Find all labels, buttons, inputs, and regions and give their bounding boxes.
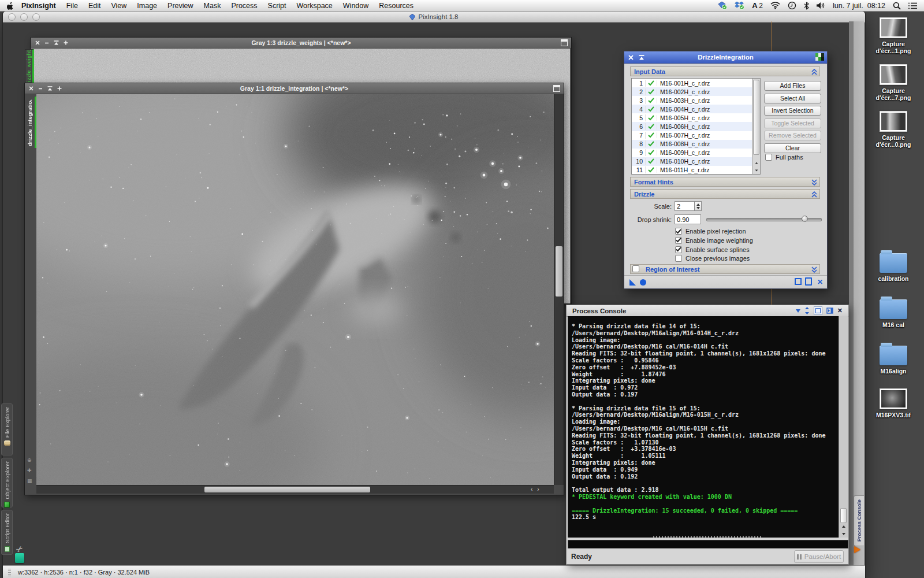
menu-window[interactable]: Window	[338, 2, 374, 10]
horizontal-scroll-thumb[interactable]	[204, 487, 370, 492]
collapse-icon[interactable]	[811, 191, 817, 198]
desktop-icon-m16pxv3-tif[interactable]: M16PXV3.tif	[865, 388, 922, 418]
section-input-data[interactable]: Input Data	[630, 66, 820, 76]
enable-pixel-rejection-checkbox[interactable]	[675, 228, 682, 235]
menu-pixinsight[interactable]: PixInsight	[16, 2, 61, 10]
dock-right-icon[interactable]	[826, 307, 833, 314]
list-scrollbar[interactable]	[752, 79, 760, 174]
scroll-corner-arrows[interactable]: ‹›	[531, 486, 544, 492]
file-row[interactable]: 4M16-004H_c_r.drz	[632, 105, 760, 113]
input-file-list[interactable]: 1M16-001H_c_r.drz2M16-002H_c_r.drz3M16-0…	[631, 78, 761, 175]
scroll-down-arrow[interactable]	[839, 530, 848, 538]
collapse-icon[interactable]	[811, 69, 817, 75]
toggle-selected-button[interactable]: Toggle Selected	[764, 118, 821, 128]
menu-preview[interactable]: Preview	[162, 2, 198, 10]
scroll-down-arrow[interactable]	[752, 167, 760, 174]
section-drizzle[interactable]: Drizzle	[630, 189, 820, 199]
window-traffic-lights[interactable]	[8, 13, 40, 21]
wifi-icon[interactable]	[770, 2, 780, 9]
file-row[interactable]: 9M16-009H_c_r.drz	[632, 149, 760, 157]
integration-titlebar[interactable]: Gray 1:1 drizzle_integration | <*new*>	[25, 83, 564, 94]
desktop-icon-capture-d-cr-1-png[interactable]: Capture d'écr...1.png	[865, 17, 922, 54]
window-proxy-icon[interactable]	[553, 85, 560, 92]
scroll-up-arrow[interactable]	[839, 523, 848, 530]
close-icon[interactable]: ✕	[837, 307, 843, 314]
zoom-fit-icon[interactable]: ⊕	[27, 458, 32, 463]
apply-global-icon[interactable]	[640, 279, 646, 286]
file-row[interactable]: 8M16-008H_c_r.drz	[632, 140, 760, 149]
enable-pixel-rejection-option[interactable]: Enable pixel rejection	[675, 227, 746, 235]
time-machine-icon[interactable]	[788, 1, 796, 10]
roi-checkbox[interactable]	[632, 265, 639, 272]
float-window-icon[interactable]	[814, 306, 822, 315]
scale-input[interactable]: 2	[675, 201, 695, 211]
enable-surface-splines-checkbox[interactable]	[675, 246, 682, 253]
zoom-circle[interactable]	[32, 13, 40, 21]
shade-icon[interactable]	[639, 55, 644, 60]
sidebar-tab-file-explorer[interactable]: File Explorer	[1, 403, 13, 455]
console-resize-handle[interactable]	[653, 536, 763, 538]
file-row[interactable]: 5M16-005H_c_r.drz	[632, 113, 760, 122]
list-scroll-thumb[interactable]	[753, 80, 759, 155]
select-all-button[interactable]: Select All	[764, 94, 821, 103]
invert-selection-button[interactable]: Invert Selection	[764, 106, 821, 116]
expand-icon[interactable]	[811, 266, 817, 273]
weights-side-tab[interactable]: drizzle_weights	[25, 49, 34, 86]
desktop-icon-capture-d-cr-0-png[interactable]: Capture d'écr...0.png	[865, 111, 922, 148]
horizontal-scrollbar[interactable]	[36, 485, 554, 494]
notification-center-icon[interactable]	[908, 2, 917, 9]
desktop-icon-capture-d-cr-7-png[interactable]: Capture d'écr...7.png	[865, 64, 922, 101]
desktop-icon-m16align[interactable]: M16align	[865, 342, 922, 375]
scroll-up-arrow[interactable]	[752, 160, 760, 166]
menu-image[interactable]: Image	[132, 2, 162, 10]
menu-workspace[interactable]: Workspace	[292, 2, 338, 10]
menu-resources[interactable]: Resources	[374, 2, 419, 10]
minimize-circle[interactable]	[20, 13, 28, 21]
desktop-icon-m16-cal[interactable]: M16 cal	[865, 296, 922, 328]
integration-side-tab[interactable]: drizzle_integration	[25, 96, 36, 148]
drop-shrink-input[interactable]: 0.90	[675, 214, 701, 224]
crosshair-icon[interactable]: ✚	[27, 468, 32, 473]
full-paths-checkbox[interactable]	[765, 154, 772, 161]
console-output[interactable]: * Parsing drizzle data file 14 of 15:/Us…	[568, 316, 839, 538]
scale-spinner[interactable]	[694, 201, 702, 211]
enable-image-weighting-checkbox[interactable]	[675, 237, 682, 244]
vertical-scroll-thumb[interactable]	[556, 246, 562, 297]
process-console-side-tab[interactable]: Process Console	[854, 495, 864, 546]
bluetooth-icon[interactable]	[804, 2, 809, 10]
close-previous-images-option[interactable]: Close previous images	[675, 254, 750, 262]
grid-icon[interactable]: ▦	[27, 479, 32, 484]
view-mini-icons[interactable]: ⊕ ✚ ▦	[27, 458, 32, 484]
console-command-input[interactable]	[568, 540, 848, 549]
enable-image-weighting-option[interactable]: Enable image weighting	[675, 236, 753, 244]
console-scroll-thumb[interactable]	[840, 508, 847, 523]
menu-process[interactable]: Process	[226, 2, 262, 10]
dropbox-icon[interactable]	[735, 1, 744, 10]
full-paths-option[interactable]: Full paths	[765, 153, 803, 161]
statusbar-handle-icon[interactable]	[8, 569, 11, 576]
desktop-icon-calibration[interactable]: calibration	[865, 250, 922, 282]
menu-mask[interactable]: Mask	[199, 2, 226, 10]
close-circle[interactable]	[8, 13, 16, 21]
browse-documentation-icon[interactable]	[795, 278, 802, 285]
pixinsight-status-icon[interactable]	[718, 1, 727, 10]
apple-icon[interactable]	[7, 2, 14, 10]
menu-dropdown-icon[interactable]	[796, 309, 800, 313]
dialog-titlebar[interactable]: DrizzleIntegration	[624, 51, 827, 64]
console-scrollbar[interactable]	[839, 316, 848, 538]
edit-instance-icon[interactable]	[805, 277, 812, 286]
volume-icon[interactable]	[817, 2, 825, 9]
file-row[interactable]: 11M16-011H_c_r.drz	[632, 166, 760, 175]
close-icon[interactable]	[35, 40, 40, 45]
sidebar-tab-script-editor[interactable]: Script Editor	[1, 510, 13, 555]
file-row[interactable]: 1M16-001H_c_r.drz	[632, 79, 760, 87]
new-instance-icon[interactable]	[629, 279, 636, 286]
menu-file[interactable]: File	[61, 2, 83, 10]
file-row[interactable]: 3M16-003H_c_r.drz	[632, 96, 760, 105]
spotlight-icon[interactable]	[893, 2, 901, 10]
window-proxy-icon[interactable]	[561, 39, 568, 46]
adblock-icon[interactable]: A 2	[752, 1, 763, 10]
section-roi[interactable]: Region of Interest	[630, 264, 820, 274]
remove-selected-button[interactable]: Remove Selected	[764, 131, 821, 140]
add-files-button[interactable]: Add Files	[764, 81, 821, 91]
